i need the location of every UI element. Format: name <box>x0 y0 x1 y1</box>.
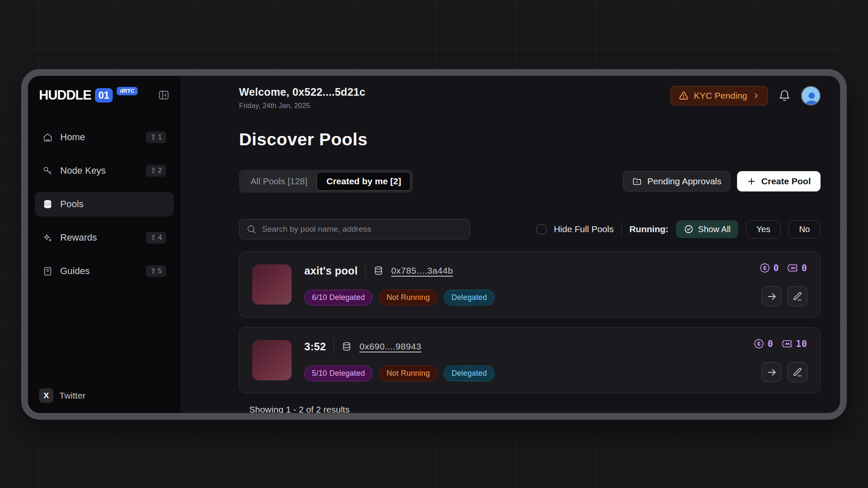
filters: Hide Full Pools Running: Show All Yes No <box>537 220 821 238</box>
pool-address-link[interactable]: 0x785....3a44b <box>391 266 453 276</box>
sidebar-nav: Home ⇧ 1 Node Keys ⇧ 2 <box>35 125 174 283</box>
title-divider <box>365 263 366 278</box>
brand-drtc-tag: dRTC <box>117 87 138 95</box>
not-running-badge: Not Running <box>379 366 437 381</box>
coin-count-value: 0 <box>768 339 773 349</box>
running-no-button[interactable]: No <box>788 220 821 238</box>
pending-approvals-label: Pending Approvals <box>647 176 721 186</box>
edit-pool-button[interactable] <box>787 362 807 382</box>
database-icon <box>373 266 384 276</box>
shortcut-badge-node-keys: ⇧ 2 <box>146 165 166 177</box>
home-icon <box>42 132 53 143</box>
check-circle-icon <box>684 224 694 234</box>
ticket-icon <box>787 263 798 273</box>
pool-info: 3:52 0x690....98943 5/10 Delegated Not R… <box>304 338 495 382</box>
open-pool-button[interactable] <box>762 362 782 382</box>
kyc-pending-button[interactable]: KYC Pending <box>670 86 768 105</box>
sidebar-item-rewards[interactable]: Rewards ⇧ 4 <box>35 225 174 250</box>
sidebar-item-guides[interactable]: Guides ⇧ 5 <box>35 259 174 283</box>
search-icon <box>246 224 256 234</box>
shortcut-number: 4 <box>158 233 162 242</box>
book-icon <box>42 266 53 277</box>
title-divider <box>334 339 334 354</box>
yes-label: Yes <box>757 225 771 234</box>
sidebar: HUDDLE 01 dRTC Home <box>28 76 181 413</box>
database-icon <box>42 199 53 210</box>
create-pool-button[interactable]: Create Pool <box>737 171 821 191</box>
warning-icon <box>679 91 689 101</box>
coin-count-value: 0 <box>773 263 779 273</box>
hide-full-pools-label: Hide Full Pools <box>554 224 614 234</box>
pool-thumbnail <box>252 340 292 380</box>
results-count-text: Showing 1 - 2 of 2 results <box>239 405 821 413</box>
pool-search[interactable] <box>239 219 470 239</box>
user-avatar[interactable] <box>801 86 821 105</box>
notification-bell-icon[interactable] <box>778 89 791 102</box>
pool-actions <box>762 362 807 382</box>
shift-key-icon: ⇧ <box>150 267 156 275</box>
open-pool-button[interactable] <box>762 286 782 306</box>
shift-key-icon: ⇧ <box>150 234 156 241</box>
topbar: Welcome, 0x522....5d21c Friday, 24th Jan… <box>239 86 821 110</box>
sidebar-item-label: Guides <box>60 266 90 277</box>
brand-wordmark: HUDDLE <box>39 87 91 104</box>
pool-badges: 5/10 Delegated Not Running Delegated <box>304 366 495 381</box>
sidebar-item-label: Node Keys <box>60 165 106 176</box>
sparkles-icon <box>42 233 53 243</box>
kyc-pending-label: KYC Pending <box>694 91 747 101</box>
hide-full-pools-checkbox[interactable] <box>537 225 546 234</box>
running-yes-button[interactable]: Yes <box>746 220 781 238</box>
sidebar-item-label: Rewards <box>60 232 97 243</box>
pool-actions <box>762 286 807 306</box>
twitter-link[interactable]: Twitter <box>59 391 86 401</box>
filter-divider <box>621 223 622 236</box>
coin-badge-icon <box>754 338 764 349</box>
tab-all-pools[interactable]: All Pools [128] <box>241 172 317 190</box>
ticket-count: 0 <box>787 263 807 273</box>
edit-pool-button[interactable] <box>787 286 807 306</box>
coin-count: 0 <box>760 263 779 273</box>
welcome-block: Welcome, 0x522....5d21c Friday, 24th Jan… <box>239 86 365 110</box>
app-window: HUDDLE 01 dRTC Home <box>28 76 840 413</box>
pool-counts: 0 0 <box>760 263 807 273</box>
pool-address-link[interactable]: 0x690....98943 <box>359 341 421 352</box>
pool-tabs: All Pools [128] Created by me [2] <box>239 170 413 193</box>
sidebar-collapse-icon[interactable] <box>158 89 170 101</box>
x-twitter-icon[interactable]: X <box>39 388 53 403</box>
shift-key-icon: ⇧ <box>150 167 156 175</box>
not-running-badge: Not Running <box>379 290 437 305</box>
delegated-badge: Delegated <box>444 290 495 305</box>
controls-row: All Pools [128] Created by me [2] Pendin… <box>239 170 821 193</box>
sidebar-item-pools[interactable]: Pools <box>35 192 174 216</box>
ticket-count-value: 0 <box>801 263 807 273</box>
folder-icon <box>632 176 642 186</box>
pool-name: 3:52 <box>304 341 326 353</box>
search-input[interactable] <box>262 225 463 234</box>
shortcut-badge-guides: ⇧ 5 <box>146 265 166 277</box>
ticket-count-value: 10 <box>796 339 807 349</box>
running-show-all-button[interactable]: Show All <box>676 220 738 238</box>
filter-row: Hide Full Pools Running: Show All Yes No <box>239 219 821 239</box>
pool-list: axit's pool 0x785....3a44b 6/10 Delegate… <box>239 251 821 394</box>
app-window-frame: HUDDLE 01 dRTC Home <box>21 69 847 420</box>
shortcut-badge-rewards: ⇧ 4 <box>146 232 166 244</box>
pool-info: axit's pool 0x785....3a44b 6/10 Delegate… <box>304 263 495 306</box>
welcome-text: Welcome, 0x522....5d21c <box>239 86 365 98</box>
header-buttons: Pending Approvals Create Pool <box>623 171 821 191</box>
sidebar-item-home[interactable]: Home ⇧ 1 <box>35 125 174 150</box>
sidebar-item-node-keys[interactable]: Node Keys ⇧ 2 <box>35 158 174 183</box>
shortcut-badge-home: ⇧ 1 <box>146 131 166 143</box>
pool-card: axit's pool 0x785....3a44b 6/10 Delegate… <box>239 251 821 318</box>
key-icon <box>42 166 53 176</box>
delegated-badge: Delegated <box>444 366 495 381</box>
pool-counts: 0 10 <box>754 338 807 349</box>
shift-key-icon: ⇧ <box>150 133 156 141</box>
pending-approvals-button[interactable]: Pending Approvals <box>623 171 730 191</box>
pool-title-row: 3:52 0x690....98943 <box>304 339 495 354</box>
pool-card-right: 0 0 <box>760 263 807 306</box>
pool-title-row: axit's pool 0x785....3a44b <box>304 263 495 278</box>
tab-created-by-me[interactable]: Created by me [2] <box>317 172 411 191</box>
main-content: Welcome, 0x522....5d21c Friday, 24th Jan… <box>181 76 840 413</box>
running-label: Running: <box>629 224 668 234</box>
chevron-right-icon <box>752 92 760 100</box>
